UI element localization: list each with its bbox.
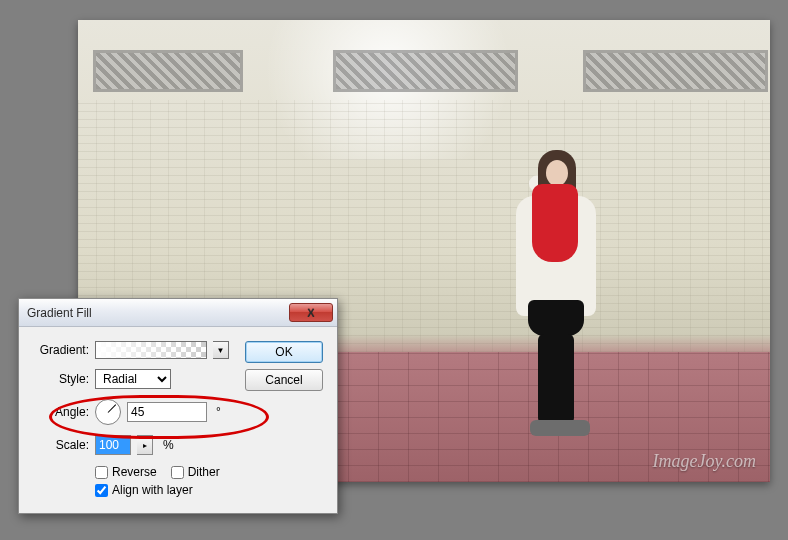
scale-label: Scale:: [33, 438, 89, 452]
reverse-checkbox[interactable]: Reverse: [95, 465, 157, 479]
angle-dial[interactable]: [95, 399, 121, 425]
close-button[interactable]: X: [289, 303, 333, 322]
style-label: Style:: [33, 372, 89, 386]
scale-input[interactable]: [95, 435, 131, 455]
ok-button[interactable]: OK: [245, 341, 323, 363]
gradient-label: Gradient:: [33, 343, 89, 357]
person-figure: [498, 150, 608, 440]
reverse-label: Reverse: [112, 465, 157, 479]
gradient-fill-dialog: Gradient Fill X Gradient: ▼ Style: Radia…: [18, 298, 338, 514]
dither-label: Dither: [188, 465, 220, 479]
cancel-button[interactable]: Cancel: [245, 369, 323, 391]
align-checkbox-input[interactable]: [95, 484, 108, 497]
angle-label: Angle:: [33, 405, 89, 419]
scale-unit: %: [163, 438, 174, 452]
align-label: Align with layer: [112, 483, 193, 497]
align-checkbox[interactable]: Align with layer: [95, 483, 231, 497]
scale-stepper[interactable]: ▸: [137, 435, 153, 455]
angle-unit: °: [216, 405, 221, 419]
vent-grille: [583, 50, 768, 92]
style-select[interactable]: Radial: [95, 369, 171, 389]
vent-grille: [93, 50, 243, 92]
gradient-swatch[interactable]: [95, 341, 207, 359]
angle-input[interactable]: [127, 402, 207, 422]
reverse-checkbox-input[interactable]: [95, 466, 108, 479]
watermark-text: ImageJoy.com: [653, 451, 756, 472]
close-icon: X: [307, 307, 314, 319]
dither-checkbox-input[interactable]: [171, 466, 184, 479]
dither-checkbox[interactable]: Dither: [171, 465, 220, 479]
vent-grille: [333, 50, 518, 92]
dialog-titlebar[interactable]: Gradient Fill X: [19, 299, 337, 327]
dialog-title: Gradient Fill: [27, 306, 92, 320]
gradient-dropdown-arrow[interactable]: ▼: [213, 341, 229, 359]
